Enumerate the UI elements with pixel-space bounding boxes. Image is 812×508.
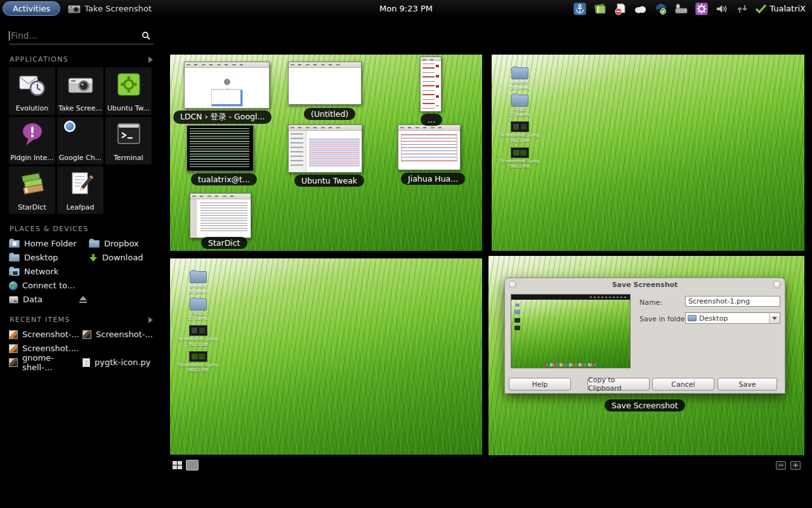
view-single-button[interactable] xyxy=(186,460,199,471)
window-button-right[interactable] xyxy=(773,281,781,288)
window-terminal[interactable] xyxy=(187,125,254,171)
workspace-3[interactable]: android 10 items 升级2 27 items Screenshot… xyxy=(170,258,482,455)
app-stardict[interactable]: StarDict xyxy=(9,166,55,214)
app-leafpad[interactable]: Leafpad xyxy=(57,166,103,214)
dash-sidebar: APPLICATIONS Evolution Take xyxy=(0,17,162,508)
window-ubuntu-tweak[interactable] xyxy=(288,124,362,173)
place-home[interactable]: Home Folder xyxy=(9,238,89,249)
desktop-icon-folder[interactable]: android 10 items xyxy=(178,271,218,295)
expand-arrow-icon[interactable] xyxy=(148,57,153,63)
recent-item[interactable]: gnome-shell-... xyxy=(9,357,82,368)
window-label: tualatrix@t... xyxy=(191,173,257,185)
workspace-4[interactable]: Save Screenshot Name: Save in folder: De… xyxy=(488,256,804,455)
image-file-icon xyxy=(9,358,18,367)
recent-item[interactable]: pygtk-icon.py xyxy=(82,357,159,368)
clock[interactable]: Mon 9:23 PM xyxy=(379,4,433,13)
home-folder-icon xyxy=(9,240,20,248)
places-header: PLACES & DEVICES xyxy=(10,225,153,233)
place-desktop[interactable]: Desktop xyxy=(9,252,89,263)
window-label: LDCN › 登录 - Googl... xyxy=(173,110,272,124)
recent-label: gnome-shell-... xyxy=(22,353,82,372)
spacer xyxy=(89,280,159,291)
window-buddy-list[interactable] xyxy=(420,57,442,112)
add-workspace-button[interactable]: + xyxy=(790,461,801,470)
available-check-icon xyxy=(756,4,766,13)
app-chrome[interactable]: Google Ch... xyxy=(57,117,103,164)
window-label: Ubuntu Tweak xyxy=(294,175,364,187)
folder-icon xyxy=(89,240,100,248)
desktop-icon-image[interactable]: Screenshot....png 791.1 KB xyxy=(178,325,218,348)
place-connect[interactable]: Connect to... xyxy=(9,280,89,291)
dropbox-icon[interactable] xyxy=(654,2,667,15)
recent-list: Screenshot-... Screenshot-... Screenshot… xyxy=(9,329,162,368)
recent-item[interactable]: Screenshot-... xyxy=(9,329,82,340)
name-input[interactable] xyxy=(685,296,780,307)
folder-icon xyxy=(190,298,207,311)
icon-sublabel: 10 items xyxy=(500,86,539,91)
cloud-icon[interactable] xyxy=(634,2,647,15)
desktop-icon-image[interactable]: Screenshot-1.png 560.1 KB xyxy=(178,351,218,374)
view-grid-button[interactable] xyxy=(173,461,183,471)
app-label: StarDict xyxy=(18,203,46,211)
icon-label: 升级2 xyxy=(178,311,218,317)
desktop-icon-folder[interactable]: 升级2 27 items xyxy=(500,95,539,119)
desktop-icon-image[interactable]: Screenshot-1.png 560.1 KB xyxy=(500,147,539,170)
icon-label: android xyxy=(178,284,218,290)
expand-arrow-icon[interactable] xyxy=(148,317,153,323)
dropdown-arrow-icon[interactable] xyxy=(769,313,780,323)
window-button-left[interactable] xyxy=(509,281,516,288)
text-caret xyxy=(9,31,10,41)
recent-item[interactable]: Screenshot.... xyxy=(9,343,82,354)
notes-blocked-icon[interactable] xyxy=(613,2,627,15)
place-data[interactable]: Data xyxy=(9,294,89,305)
network-updown-icon[interactable] xyxy=(735,2,749,15)
workspace-2[interactable]: android 10 items 升级2 27 items Screenshot… xyxy=(492,55,804,251)
save-button[interactable]: Save xyxy=(717,378,777,391)
desktop-icon-image[interactable]: Screenshot....png 791.1 KB xyxy=(500,121,539,144)
search-input[interactable] xyxy=(11,30,131,41)
place-network[interactable]: Network xyxy=(9,266,89,277)
window-browser[interactable] xyxy=(184,62,270,109)
icon-sublabel: 27 items xyxy=(178,316,218,322)
folder-select[interactable]: Desktop xyxy=(685,312,780,324)
places-title: PLACES & DEVICES xyxy=(10,225,89,233)
spacer xyxy=(89,266,159,277)
app-label: Leafpad xyxy=(66,203,94,211)
copy-to-clipboard-button[interactable]: Copy to Clipboard xyxy=(587,378,650,391)
stardict-tray-icon[interactable] xyxy=(593,2,606,15)
activities-button[interactable]: Activities xyxy=(3,1,60,16)
window-stardict[interactable] xyxy=(190,193,251,238)
folder-label: Save in folder: xyxy=(639,315,690,323)
applications-title: APPLICATIONS xyxy=(10,55,69,64)
volume-icon[interactable] xyxy=(715,2,728,15)
user-menu[interactable]: TualatriX xyxy=(756,4,806,13)
window-untitled[interactable] xyxy=(288,62,362,105)
screenshot-file-icon xyxy=(511,147,529,158)
place-label: Desktop xyxy=(24,253,58,262)
ubuntu-tweak-tray-icon[interactable] xyxy=(695,2,708,15)
app-evolution[interactable]: Evolution xyxy=(9,67,55,115)
app-pidgin[interactable]: Pidgin Inte... xyxy=(9,117,55,164)
input-devices-icon[interactable] xyxy=(674,2,688,15)
app-menu[interactable]: Take Screenshot xyxy=(68,4,152,13)
app-take-screenshot[interactable]: Take Scree... xyxy=(57,67,103,115)
eject-button[interactable] xyxy=(79,294,159,305)
search-box[interactable] xyxy=(9,27,154,44)
image-file-icon xyxy=(9,344,18,353)
drive-icon xyxy=(9,296,18,304)
recent-item[interactable]: Screenshot-... xyxy=(82,329,159,340)
app-terminal[interactable]: Terminal xyxy=(105,117,152,164)
window-chat[interactable] xyxy=(398,124,461,170)
anchor-icon[interactable] xyxy=(573,2,586,15)
camera-icon xyxy=(68,4,81,13)
desktop-icon-folder[interactable]: 升级2 27 items xyxy=(178,298,218,323)
workspace-1[interactable]: LDCN › 登录 - Googl... (Untitled) ... tual… xyxy=(170,55,482,251)
place-label: Connect to... xyxy=(22,281,75,290)
place-download[interactable]: Download xyxy=(89,252,159,263)
app-ubuntu-tweak[interactable]: Ubuntu Tw... xyxy=(105,67,152,115)
desktop-icon-folder[interactable]: android 10 items xyxy=(500,67,539,91)
remove-workspace-button[interactable]: − xyxy=(776,461,786,470)
help-button[interactable]: Help xyxy=(509,378,571,391)
place-dropbox[interactable]: Dropbox xyxy=(89,238,159,249)
cancel-button[interactable]: Cancel xyxy=(652,378,714,391)
